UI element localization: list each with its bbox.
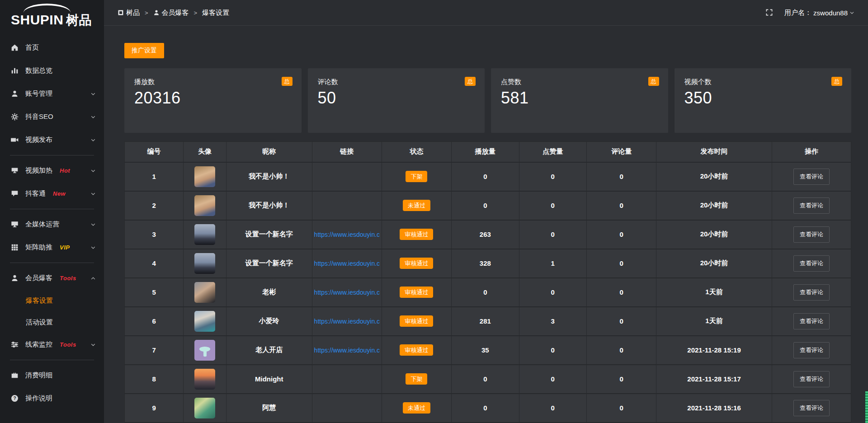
avatar-cell <box>184 336 226 365</box>
comments-cell: 0 <box>587 220 656 249</box>
view-comments-button[interactable]: 查看评论 <box>793 284 830 301</box>
promotion-settings-button[interactable]: 推广设置 <box>124 43 164 58</box>
member-icon <box>11 274 19 282</box>
table-row: 6小爱玲https://www.iesdouyin.c审核通过281301天前查… <box>125 307 851 336</box>
sidebar-item[interactable]: 消费明细 <box>0 364 104 387</box>
scrollbar-thumb[interactable] <box>865 391 868 423</box>
stat-card-likes: 点赞数 581 总 <box>491 68 668 133</box>
breadcrumb-separator: > <box>145 9 148 16</box>
row-number-cell: 1 <box>125 162 184 191</box>
sidebar-item[interactable]: 抖客通New <box>0 182 104 205</box>
sidebar-subitem[interactable]: 爆客设置 <box>0 290 104 311</box>
monitor-icon <box>11 221 19 228</box>
likes-cell: 0 <box>519 278 586 307</box>
sidebar-item[interactable]: 账号管理 <box>0 82 104 105</box>
breadcrumb-item[interactable]: 树品 <box>118 9 140 17</box>
view-comments-button[interactable]: 查看评论 <box>793 313 830 329</box>
stat-label: 视频个数 <box>684 78 842 86</box>
view-comments-button[interactable]: 查看评论 <box>793 342 830 358</box>
sidebar-item[interactable]: 会员爆客Tools <box>0 267 104 290</box>
video-link[interactable]: https://www.iesdouyin.c <box>314 318 380 325</box>
link-cell <box>312 365 382 394</box>
stat-card-plays: 播放数 20316 总 <box>124 68 302 133</box>
sidebar-item[interactable]: 首页 <box>0 36 104 59</box>
brand-logo[interactable]: SHUPIN树品 <box>0 0 104 32</box>
sidebar-item[interactable]: 全媒体运营 <box>0 213 104 236</box>
link-cell: https://www.iesdouyin.c <box>312 278 382 307</box>
sidebar-item[interactable]: 线索监控Tools <box>0 333 104 356</box>
status-cell: 审核通过 <box>382 249 451 278</box>
status-badge: 审核通过 <box>400 229 433 240</box>
view-comments-button[interactable]: 查看评论 <box>793 197 830 214</box>
publish-time-cell: 20小时前 <box>656 249 772 278</box>
sidebar-subitem[interactable]: 活动设置 <box>0 311 104 333</box>
action-cell: 查看评论 <box>772 394 851 423</box>
plays-cell: 0 <box>452 162 519 191</box>
sidebar-menu: 首页数据总览账号管理抖音SEO视频发布视频加热Hot抖客通New全媒体运营矩阵助… <box>0 36 104 410</box>
breadcrumb-item[interactable]: 爆客设置 <box>202 9 229 17</box>
publish-time-cell: 1天前 <box>656 307 772 336</box>
topbar-right: 用户名： zswodun88 <box>765 9 854 17</box>
status-cell: 未通过 <box>382 191 451 220</box>
status-badge: 下架 <box>406 171 427 182</box>
breadcrumb-item[interactable]: 会员爆客 <box>153 9 189 17</box>
user-dropdown[interactable]: 用户名： zswodun88 <box>784 9 854 17</box>
likes-cell: 0 <box>519 191 586 220</box>
view-comments-button[interactable]: 查看评论 <box>793 169 830 185</box>
sidebar-item[interactable]: 视频加热Hot <box>0 159 104 182</box>
nickname-cell: 我不是小帅！ <box>226 162 312 191</box>
sidebar-badge: New <box>53 190 66 197</box>
sidebar-item[interactable]: ?操作说明 <box>0 387 104 410</box>
column-header: 链接 <box>312 142 382 162</box>
breadcrumb-label: 爆客设置 <box>202 9 229 17</box>
row-number-cell: 2 <box>125 191 184 220</box>
column-header: 点赞量 <box>519 142 586 162</box>
video-link[interactable]: https://www.iesdouyin.c <box>314 347 380 354</box>
sidebar-item[interactable]: 视频发布 <box>0 128 104 151</box>
breadcrumb-separator: > <box>194 9 198 16</box>
avatar <box>194 398 215 418</box>
wallet-icon <box>11 371 19 379</box>
view-comments-button[interactable]: 查看评论 <box>793 371 830 387</box>
stat-label: 评论数 <box>318 78 475 86</box>
sidebar-divider <box>10 360 94 360</box>
avatar <box>194 311 215 332</box>
table-header-row: 编号头像昵称链接状态播放量点赞量评论量发布时间操作 <box>125 142 851 162</box>
status-cell: 下架 <box>382 365 451 394</box>
row-number-cell: 8 <box>125 365 184 394</box>
stat-card-comments: 评论数 50 总 <box>308 68 485 133</box>
nickname-cell: 老人开店 <box>226 336 312 365</box>
comments-cell: 0 <box>587 336 656 365</box>
row-number-cell: 9 <box>125 394 184 423</box>
sidebar-badge: Tools <box>60 275 76 282</box>
video-link[interactable]: https://www.iesdouyin.c <box>314 231 380 238</box>
plays-cell: 0 <box>452 191 519 220</box>
action-cell: 查看评论 <box>772 278 851 307</box>
view-comments-button[interactable]: 查看评论 <box>793 255 830 272</box>
likes-cell: 0 <box>519 162 586 191</box>
sidebar-item-label: 视频发布 <box>25 136 52 144</box>
breadcrumb: 树品>会员爆客>爆客设置 <box>118 9 229 17</box>
fullscreen-icon[interactable] <box>765 9 774 17</box>
status-cell: 下架 <box>382 162 451 191</box>
table-row: 7老人开店https://www.iesdouyin.c审核通过35002021… <box>125 336 851 365</box>
view-comments-button[interactable]: 查看评论 <box>793 400 830 416</box>
sidebar-badge: Tools <box>60 341 76 348</box>
status-badge: 未通过 <box>403 200 430 211</box>
stat-value: 350 <box>684 89 842 108</box>
nickname-cell: 我不是小帅！ <box>226 191 312 220</box>
table-row: 3设置一个新名字https://www.iesdouyin.c审核通过26300… <box>125 220 851 249</box>
sidebar-item[interactable]: 数据总览 <box>0 59 104 82</box>
sidebar-item[interactable]: 抖音SEO <box>0 105 104 128</box>
video-link[interactable]: https://www.iesdouyin.c <box>314 260 380 267</box>
stat-label: 点赞数 <box>501 78 658 86</box>
total-badge: 总 <box>465 77 476 86</box>
sidebar-item[interactable]: 矩阵助推VIP <box>0 236 104 259</box>
video-link[interactable]: https://www.iesdouyin.c <box>314 289 380 296</box>
view-comments-button[interactable]: 查看评论 <box>793 226 830 243</box>
row-number-cell: 6 <box>125 307 184 336</box>
status-cell: 审核通过 <box>382 220 451 249</box>
status-cell: 审核通过 <box>382 307 451 336</box>
avatar <box>194 195 215 216</box>
status-badge: 审核通过 <box>400 315 433 327</box>
